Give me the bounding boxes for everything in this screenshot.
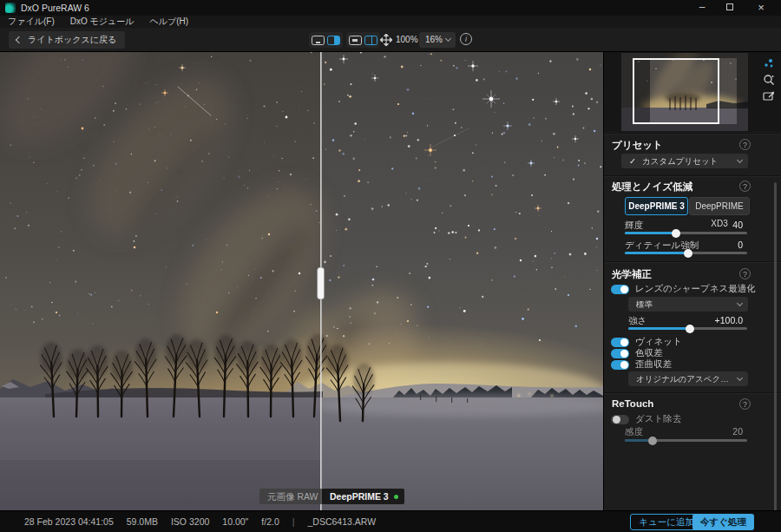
luminance-label: 輝度 [625, 220, 643, 232]
detail-slider[interactable] [625, 252, 747, 254]
menu-dxo-modules[interactable]: DxO モジュール [62, 16, 142, 28]
dust-removal-label: ダスト除去 [635, 413, 681, 425]
compare-label-original: 元画像 RAW [259, 489, 326, 504]
app-window: DxO PureRAW 6 ファイル(F) DxO モジュール ヘルプ(H) ラ… [0, 0, 781, 532]
compare-mode-group [346, 32, 380, 48]
slider-knob[interactable] [672, 229, 680, 238]
chromatic-aberration-label: 色収差 [635, 347, 663, 359]
shutter-speed: 10.00" [222, 516, 248, 527]
vignette-toggle[interactable] [611, 338, 629, 347]
menu-file[interactable]: ファイル(F) [0, 16, 62, 28]
app-icon [5, 3, 16, 13]
photo-scene [0, 52, 603, 510]
slider-knob[interactable] [684, 249, 692, 258]
strength-label: 強さ [628, 315, 646, 327]
chevron-down-icon [445, 36, 451, 42]
split-view-icon[interactable] [327, 36, 340, 45]
luminance-slider[interactable] [625, 232, 747, 234]
maximize-button[interactable] [717, 0, 743, 16]
preset-section-title: プリセット [612, 139, 663, 152]
dust-removal-toggle[interactable] [611, 415, 629, 424]
preset-help-icon[interactable] [739, 139, 751, 150]
lens-sharpness-label: レンズのシャープネス最適化 [635, 283, 756, 295]
full-image-icon[interactable] [349, 36, 362, 45]
window-title: DxO PureRAW 6 [21, 3, 89, 13]
iso-value: ISO 3200 [171, 516, 209, 527]
deepprime-xd3-button[interactable]: DeepPRIME XD3 [689, 197, 750, 215]
loupe-tool-icon[interactable] [763, 74, 778, 88]
status-green-dot [394, 495, 398, 499]
chevron-left-icon [16, 36, 23, 43]
info-icon[interactable] [460, 33, 472, 45]
zoom-level-select[interactable]: 16% [419, 32, 456, 48]
distortion-toggle[interactable] [611, 360, 629, 370]
process-now-button[interactable]: 今すぐ処理 [692, 514, 754, 530]
back-to-lightbox-button[interactable]: ライトボックスに戻る [9, 31, 125, 49]
compare-divider-handle[interactable] [318, 267, 325, 299]
luminance-value: 40 [732, 220, 743, 230]
capture-datetime: 28 Feb 2023 04:41:05 [24, 516, 114, 527]
exif-info: 28 Feb 2023 04:41:05 59.0MB ISO 3200 10.… [24, 516, 376, 527]
pan-tool-icon[interactable] [380, 34, 392, 46]
toolbar: ライトボックスに戻る 100% 16% [0, 28, 781, 52]
detail-value: 0 [738, 240, 743, 250]
status-bar: 28 Feb 2023 04:41:05 59.0MB ISO 3200 10.… [0, 510, 781, 532]
side-by-side-icon[interactable] [364, 36, 377, 45]
file-size: 59.0MB [127, 516, 158, 527]
file-name: _DSC6413.ARW [308, 516, 377, 527]
sensitivity-value: 20 [732, 426, 743, 437]
aperture-value: f/2.0 [261, 516, 279, 527]
sensitivity-slider[interactable] [625, 439, 747, 442]
minimize-button[interactable] [689, 0, 715, 16]
optical-help-icon[interactable] [739, 268, 751, 279]
panel-scrollbar[interactable] [774, 182, 777, 512]
distortion-label: 歪曲収差 [635, 358, 672, 371]
chevron-down-icon [737, 300, 743, 306]
menu-bar: ファイル(F) DxO モジュール ヘルプ(H) [0, 16, 781, 28]
export-image-icon[interactable] [763, 90, 778, 104]
navigator [604, 52, 781, 132]
menu-help[interactable]: ヘルプ(H) [141, 16, 196, 28]
separator [292, 516, 295, 527]
fit-zoom-label[interactable]: 100% [396, 35, 418, 44]
denoise-tool-icon[interactable] [763, 57, 778, 71]
deepprime3-button[interactable]: DeepPRIME 3 [625, 197, 688, 215]
retouch-section-title: ReTouch [612, 398, 653, 409]
view-mode-group [309, 32, 343, 48]
sensitivity-label: 感度 [625, 426, 643, 438]
navigator-viewport-box[interactable] [633, 58, 719, 124]
slider-knob[interactable] [686, 325, 694, 333]
strength-slider[interactable] [628, 327, 747, 330]
close-button[interactable] [748, 0, 774, 16]
single-view-icon[interactable] [312, 36, 325, 45]
compare-label-processed: DeepPRIME 3 [322, 489, 404, 504]
vignette-label: ヴィネット [635, 336, 682, 348]
preset-dropdown[interactable]: カスタムプリセット [621, 154, 748, 168]
optical-section-title: 光学補正 [612, 268, 652, 281]
retouch-help-icon[interactable] [739, 398, 751, 410]
image-viewer[interactable]: 元画像 RAW DeepPRIME 3 [0, 52, 603, 510]
chromatic-aberration-toggle[interactable] [611, 349, 629, 358]
settings-panel: プリセット カスタムプリセット 処理とノイズ低減 DeepPRIME 3 Dee… [603, 52, 781, 510]
lens-sharpness-toggle[interactable] [611, 285, 629, 294]
chevron-down-icon [737, 157, 743, 163]
check-icon [629, 156, 636, 166]
noise-help-icon[interactable] [739, 181, 751, 192]
strength-value: +100.0 [715, 315, 743, 325]
noise-section-title: 処理とノイズ低減 [612, 181, 692, 194]
crop-mode-dropdown[interactable]: オリジナルのアスペクト比にクロップされた画像 [628, 371, 748, 386]
title-bar: DxO PureRAW 6 [0, 0, 781, 16]
slider-knob[interactable] [648, 437, 657, 445]
sharpness-mode-dropdown[interactable]: 標準 [628, 297, 748, 312]
